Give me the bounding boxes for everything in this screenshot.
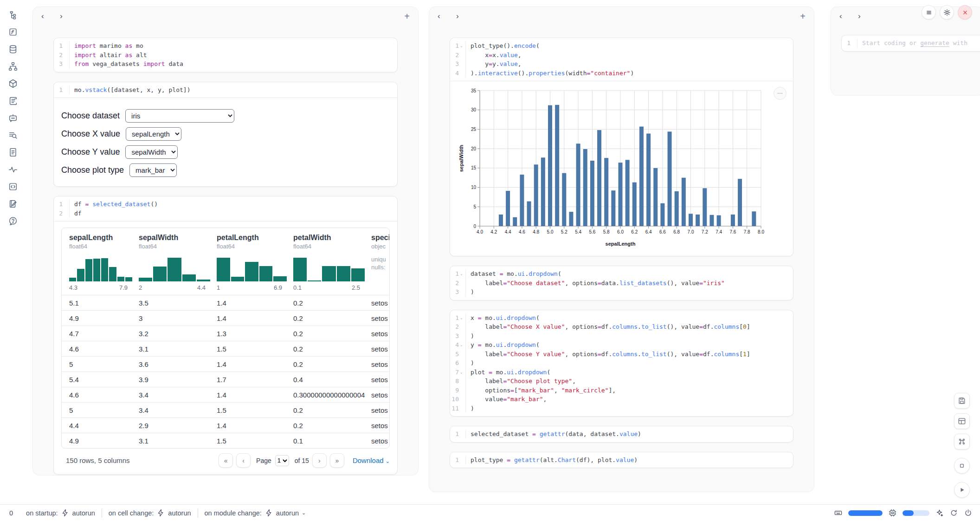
fold-icon[interactable]: ⌄ xyxy=(459,368,464,377)
sidebar-help-button[interactable] xyxy=(6,215,20,227)
save-button[interactable] xyxy=(954,393,970,409)
plot-type-cell[interactable]: 1plot_type = getattr(alt.Chart(df), plot… xyxy=(450,452,793,469)
power-icon[interactable] xyxy=(964,508,973,517)
panel-layout-button[interactable] xyxy=(954,413,970,429)
code-line[interactable]: 5 label="Choose Y value", options=df.col… xyxy=(450,350,788,359)
page-select[interactable]: 1 xyxy=(275,455,289,466)
column-histogram[interactable] xyxy=(69,256,132,281)
code-editor[interactable]: 1⌄plot_type().encode(2 x=x.value,3 y=y.v… xyxy=(450,38,793,81)
table-row[interactable]: 4.931.40.2setos xyxy=(62,310,389,326)
generate-link[interactable]: generate xyxy=(920,39,949,46)
table-row[interactable]: 4.73.21.30.2setos xyxy=(62,326,389,341)
code-line[interactable]: 9 options=["mark_bar", "mark_circle"], xyxy=(450,386,788,395)
autorun-config-1[interactable]: on startup:autorun xyxy=(26,508,95,517)
code-line[interactable]: 2 label="Choose dataset", options=data.l… xyxy=(450,279,788,288)
column-header-petalLength[interactable]: petalLengthfloat6416.9 xyxy=(217,234,293,291)
sidebar-snippets-button[interactable] xyxy=(6,181,20,192)
code-line[interactable]: 3 y=y.value, xyxy=(450,59,788,69)
download-button[interactable]: Download ⌄ xyxy=(353,456,390,464)
choose-plot-type-select[interactable]: mark_bar xyxy=(129,163,177,177)
refresh-icon[interactable] xyxy=(949,508,958,517)
code-line[interactable]: 3) xyxy=(450,332,788,341)
table-row[interactable]: 5.43.91.70.4setos xyxy=(62,371,389,387)
menu-button[interactable] xyxy=(922,5,936,20)
code-placeholder[interactable]: Start coding or generate with xyxy=(858,39,967,48)
fold-icon[interactable]: ⌄ xyxy=(459,41,464,51)
fold-icon[interactable]: ⌄ xyxy=(459,269,464,279)
keyboard-shortcuts-button[interactable] xyxy=(954,434,970,449)
table-row[interactable]: 53.41.50.2setos xyxy=(62,402,389,417)
table-row[interactable]: 4.42.91.40.2setos xyxy=(62,417,389,433)
chart-cell[interactable]: 1⌄plot_type().encode(2 x=x.value,3 y=y.v… xyxy=(450,38,793,256)
column-header-petalWidth[interactable]: petalWidthfloat640.12.5 xyxy=(293,234,371,291)
prev-page-button[interactable]: ‹ xyxy=(236,453,251,468)
code-editor[interactable]: 1import marimo as mo2import altair as al… xyxy=(54,38,397,72)
sidebar-scratchpad-button[interactable] xyxy=(6,198,20,209)
code-line[interactable]: 10 value="mark_bar", xyxy=(450,395,788,404)
prev-column-button[interactable]: ‹ xyxy=(438,12,456,21)
scratch-square-button[interactable] xyxy=(954,458,970,474)
code-line[interactable]: 8 label="Choose plot type", xyxy=(450,377,788,386)
altair-chart[interactable]: 4.04.24.44.64.85.05.25.45.65.86.06.26.46… xyxy=(458,85,789,250)
sidebar-file-tree-button[interactable] xyxy=(6,9,20,20)
code-line[interactable]: 1⌄dataset = mo.ui.dropdown( xyxy=(450,269,788,279)
code-line[interactable]: 2 label="Choose X value", options=df.col… xyxy=(450,322,788,332)
code-line[interactable]: 2 x=x.value, xyxy=(450,51,788,60)
code-line[interactable]: 6) xyxy=(450,358,788,368)
column-histogram[interactable] xyxy=(293,256,365,281)
code-line[interactable]: 3from vega_datasets import data xyxy=(54,59,393,69)
dataset-dropdown-cell[interactable]: 1⌄dataset = mo.ui.dropdown(2 label="Choo… xyxy=(450,266,793,300)
fold-icon[interactable]: ⌄ xyxy=(459,340,464,350)
add-cell-button[interactable]: + xyxy=(800,12,806,21)
prev-column-button[interactable]: ‹ xyxy=(839,12,858,21)
sidebar-documentation-button[interactable] xyxy=(6,147,20,158)
column-histogram[interactable] xyxy=(139,256,210,281)
code-line[interactable]: 1⌄plot_type().encode( xyxy=(450,41,788,51)
sidebar-functions-button[interactable] xyxy=(6,26,20,38)
prev-column-button[interactable]: ‹ xyxy=(41,12,60,21)
table-row[interactable]: 4.63.11.50.2setos xyxy=(62,341,389,356)
code-line[interactable]: 7⌄plot = mo.ui.dropdown( xyxy=(450,368,788,377)
first-page-button[interactable]: « xyxy=(219,453,233,468)
imports-cell[interactable]: 1import marimo as mo2import altair as al… xyxy=(53,38,398,72)
code-editor[interactable]: 1mo.vstack([dataset, x, y, plot]) xyxy=(54,82,397,98)
code-line[interactable]: 2import altair as alt xyxy=(54,51,393,60)
sidebar-tracing-button[interactable] xyxy=(6,164,20,175)
sidebar-packages-button[interactable] xyxy=(6,78,20,89)
column-histogram[interactable] xyxy=(217,256,287,281)
code-line[interactable]: 4).interactive().properties(width="conta… xyxy=(450,69,788,78)
sidebar-dependency-graph-button[interactable] xyxy=(6,61,20,72)
code-editor[interactable]: 1selected_dataset = getattr(data, datase… xyxy=(450,426,793,442)
settings-button[interactable] xyxy=(940,5,954,20)
selected-dataset-cell[interactable]: 1selected_dataset = getattr(data, datase… xyxy=(450,426,793,443)
chart-canvas[interactable]: 4.04.24.44.64.85.05.25.45.65.86.06.26.46… xyxy=(458,85,767,248)
empty-cell[interactable]: 1 Start coding or generate with xyxy=(841,35,980,52)
add-cell-button[interactable]: + xyxy=(404,12,410,21)
vstack-cell[interactable]: 1mo.vstack([dataset, x, y, plot]) Choose… xyxy=(53,82,398,187)
code-line[interactable]: 3) xyxy=(450,287,788,297)
code-editor[interactable]: 1plot_type = getattr(alt.Chart(df), plot… xyxy=(450,452,793,468)
table-row[interactable]: 4.63.41.40.30000000000000004setos xyxy=(62,387,389,402)
code-line[interactable]: 1⌄x = mo.ui.dropdown( xyxy=(450,313,788,323)
column-header-sepalWidth[interactable]: sepalWidthfloat6424.4 xyxy=(139,234,217,291)
choose-dataset-select[interactable]: iris xyxy=(125,109,234,123)
code-line[interactable]: 2df xyxy=(54,209,393,218)
table-row[interactable]: 4.93.11.50.1setos xyxy=(62,433,389,448)
autorun-config-2[interactable]: on cell change:autorun xyxy=(109,508,191,517)
next-column-button[interactable]: › xyxy=(456,12,475,21)
code-line[interactable]: 4⌄y = mo.ui.dropdown( xyxy=(450,340,788,350)
code-editor[interactable]: 1⌄x = mo.ui.dropdown(2 label="Choose X v… xyxy=(450,310,793,417)
sidebar-chat-button[interactable] xyxy=(6,112,20,124)
fold-icon[interactable]: ⌄ xyxy=(459,313,464,323)
xy-plot-dropdowns-cell[interactable]: 1⌄x = mo.ui.dropdown(2 label="Choose X v… xyxy=(450,310,793,417)
close-button[interactable] xyxy=(958,5,972,20)
sidebar-logs-search-button[interactable] xyxy=(6,130,20,141)
column-header-sepalLength[interactable]: sepalLengthfloat644.37.9 xyxy=(69,234,139,291)
error-count-badge[interactable]: 0 xyxy=(6,509,13,517)
sidebar-scripts-button[interactable] xyxy=(6,95,20,106)
next-page-button[interactable]: › xyxy=(312,453,327,468)
keyboard-icon[interactable] xyxy=(834,508,843,517)
dataframe-cell[interactable]: 1df = selected_dataset()2df sepalLengthf… xyxy=(53,196,398,475)
code-editor[interactable]: 1⌄dataset = mo.ui.dropdown(2 label="Choo… xyxy=(450,266,793,300)
run-button[interactable] xyxy=(954,482,970,498)
